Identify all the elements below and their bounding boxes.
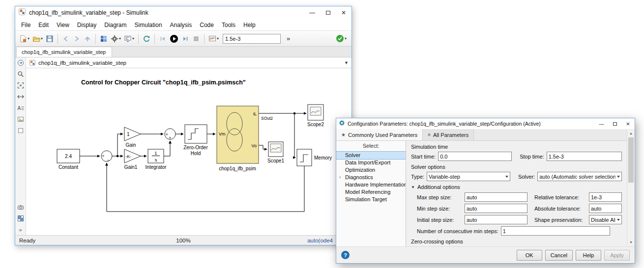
browser-toggle-icon[interactable] (17, 59, 25, 67)
dialog-stop-time-input[interactable] (547, 152, 622, 161)
gain1-block[interactable]: -K- (124, 149, 141, 163)
initial-step-size-input[interactable] (465, 215, 527, 224)
list-icon: ≡ (428, 132, 431, 137)
menubar: File Edit View Display Diagram Simulatio… (15, 19, 351, 31)
simulink-titlebar[interactable]: chop1q_ifb_simulink_variable_step - Simu… (15, 6, 351, 19)
psim-subsystem-block[interactable]: Vm iL Vo (217, 106, 259, 163)
zero-order-hold-block[interactable] (185, 125, 207, 143)
tree-item-data-import-export[interactable]: Data Import/Export (336, 159, 406, 166)
apply-button[interactable]: Apply (604, 250, 630, 261)
tree-item-model-referencing[interactable]: Model Referencing (336, 188, 406, 196)
max-step-size-input[interactable] (465, 192, 527, 202)
close-button[interactable]: ✕ (336, 6, 351, 19)
model-advisor-button[interactable]: ▾ (335, 33, 348, 44)
scope2-block[interactable] (308, 105, 323, 120)
window-title: chop1q_ifb_simulink_variable_step - Simu… (29, 9, 304, 16)
cancel-button[interactable]: Cancel (545, 250, 573, 261)
menu-diagram[interactable]: Diagram (100, 19, 130, 31)
run-button[interactable] (169, 33, 179, 44)
model-tab[interactable]: chop1q_ifb_simulink_variable_step (16, 47, 112, 57)
sum1-block[interactable]: + − (101, 151, 112, 162)
library-browser-button[interactable] (99, 34, 109, 44)
step-forward-button[interactable] (180, 34, 190, 44)
menu-display[interactable]: Display (73, 19, 100, 31)
tree-item-diagnostics[interactable]: ›Diagnostics (336, 174, 406, 181)
model-canvas[interactable]: Control for Chopper Circuit "chop1q_ifb_… (26, 68, 351, 235)
constant-block[interactable]: 2.4 (57, 149, 80, 163)
shape-icon[interactable] (17, 127, 25, 134)
consecutive-min-steps-input[interactable] (501, 226, 610, 236)
stop-time-input[interactable] (223, 34, 281, 44)
solver-combobox[interactable]: auto (Automatic solver selection) (537, 172, 622, 181)
memory-block[interactable] (297, 149, 312, 166)
sum2-block[interactable]: + + (165, 129, 176, 140)
tab-all-parameters[interactable]: ≡ All Parameters (423, 129, 474, 140)
port-vm: Vm (219, 132, 226, 136)
palette-overflow-icon[interactable]: » (17, 226, 25, 234)
fit-view-icon[interactable] (17, 81, 25, 89)
expander-icon[interactable]: › (339, 174, 341, 180)
save-button[interactable] (45, 34, 55, 44)
shape-preservation-combobox[interactable]: Disable All (589, 215, 622, 224)
help-button[interactable]: Help (576, 250, 601, 261)
scroll-down-icon[interactable]: ▼ (627, 239, 635, 246)
tree-item-simulation-target[interactable]: Simulation Target (336, 196, 406, 203)
dialog-scrollbar[interactable]: ▲ ▼ (627, 130, 634, 246)
absolute-tolerance-input[interactable] (589, 204, 622, 213)
integrator-block[interactable]: 1 s (148, 149, 164, 163)
camera-icon[interactable] (17, 203, 25, 211)
stop-button[interactable] (191, 34, 201, 44)
scope1-block[interactable] (268, 142, 283, 157)
simulation-data-inspector-button[interactable]: ▾ (123, 34, 135, 44)
menu-view[interactable]: View (53, 19, 73, 31)
update-diagram-button[interactable] (142, 34, 151, 44)
zoom-icon[interactable] (17, 70, 25, 78)
dialog-titlebar[interactable]: Configuration Parameters: chop1q_ifb_sim… (336, 118, 635, 129)
library-blocks-icon[interactable] (17, 214, 25, 222)
menu-analysis[interactable]: Analysis (166, 19, 196, 31)
min-step-size-input[interactable] (465, 204, 527, 213)
toolbar-overflow-chevron[interactable]: » (287, 35, 290, 42)
dialog-minimize-button[interactable]: — (595, 118, 608, 129)
scrollbar-thumb[interactable] (628, 137, 634, 183)
minimize-button[interactable]: — (304, 6, 320, 19)
menu-edit[interactable]: Edit (34, 19, 53, 31)
image-icon[interactable] (17, 115, 25, 123)
relative-tolerance-input[interactable] (589, 192, 622, 202)
tree-item-hardware-implementation[interactable]: Hardware Implementation (336, 181, 406, 188)
open-button[interactable]: ▾ (31, 34, 44, 44)
annotation-icon[interactable]: A (17, 104, 25, 112)
tree-item-optimization[interactable]: Optimization (336, 166, 406, 174)
new-model-button[interactable]: ▾ (18, 34, 30, 44)
back-button[interactable] (61, 34, 71, 44)
dialog-maximize-button[interactable] (608, 118, 621, 129)
breadcrumb-dropdown-icon[interactable]: ▼ (344, 60, 349, 65)
start-time-input[interactable] (438, 152, 512, 161)
resize-icon[interactable] (17, 93, 25, 101)
tab-commonly-used-parameters[interactable]: ★ Commonly Used Parameters (336, 129, 423, 140)
ok-button[interactable]: OK (517, 250, 542, 261)
forward-button[interactable] (72, 34, 82, 44)
star-icon: ★ (341, 132, 346, 137)
model-configuration-button[interactable]: ▾ (110, 34, 122, 44)
gain-block[interactable]: 1 (124, 127, 141, 141)
up-button[interactable] (83, 34, 92, 44)
additional-options-header[interactable]: ▼ Additional options (411, 184, 622, 190)
sim-display-button[interactable]: ▾ (207, 34, 220, 44)
maximize-button[interactable] (320, 6, 336, 19)
menu-simulation[interactable]: Simulation (131, 19, 166, 31)
context-help-icon[interactable]: ? (341, 251, 350, 259)
menu-file[interactable]: File (17, 19, 34, 31)
memory-label: Memory (314, 155, 332, 161)
tree-item-solver[interactable]: Solver (336, 152, 406, 159)
status-solver[interactable]: auto(ode4 (307, 238, 333, 243)
solver-type-combobox[interactable]: Variable-step (427, 172, 510, 181)
menu-help[interactable]: Help (239, 19, 260, 31)
breadcrumb-model-name[interactable]: chop1q_ifb_simulink_variable_step (38, 60, 126, 66)
dialog-tabbar: ★ Commonly Used Parameters ≡ All Paramet… (336, 129, 635, 141)
scroll-up-icon[interactable]: ▲ (627, 130, 635, 137)
menu-tools[interactable]: Tools (218, 19, 239, 31)
menu-code[interactable]: Code (196, 19, 218, 31)
step-back-button[interactable] (158, 34, 168, 44)
dialog-close-button[interactable]: ✕ (621, 118, 635, 129)
